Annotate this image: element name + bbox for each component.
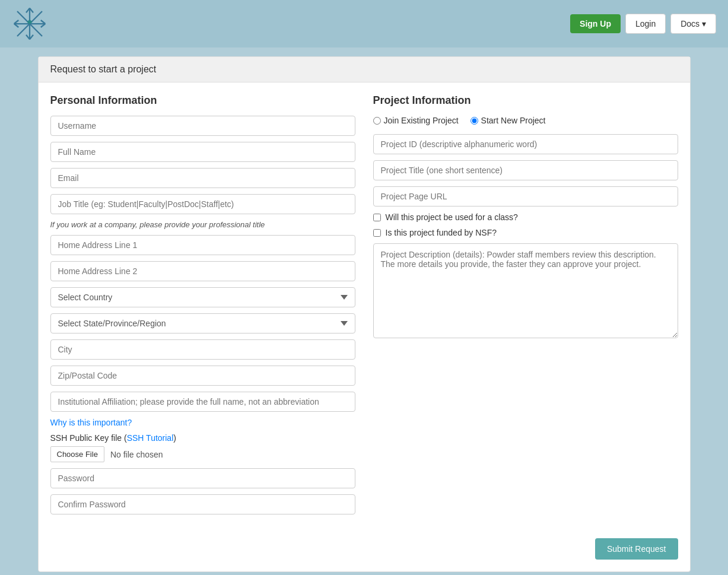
why-important-group: Why is this important? <box>50 418 355 427</box>
zip-input[interactable] <box>50 366 355 386</box>
start-new-label[interactable]: Start New Project <box>471 116 546 125</box>
project-title-input[interactable] <box>373 160 678 180</box>
city-group <box>50 339 355 360</box>
email-group <box>50 168 355 188</box>
ssh-label-end: ) <box>173 433 176 443</box>
address2-input[interactable] <box>50 261 355 281</box>
form-card-body: Personal Information If you work at a co… <box>39 82 690 532</box>
choose-file-button[interactable]: Choose File <box>50 446 104 462</box>
ssh-label-text: SSH Public Key file ( <box>50 433 127 443</box>
confirm-password-input[interactable] <box>50 494 355 514</box>
ssh-tutorial-link[interactable]: SSH Tutorial <box>127 433 174 443</box>
country-group: Select Country <box>50 287 355 307</box>
jobtitle-note: If you work at a company, please provide… <box>50 220 355 229</box>
join-existing-text: Join Existing Project <box>384 116 459 125</box>
nsf-checkbox[interactable] <box>373 229 381 237</box>
project-id-group <box>373 134 678 154</box>
logo <box>12 6 47 42</box>
project-section: Project Information Join Existing Projec… <box>373 94 678 520</box>
state-select[interactable]: Select State/Province/Region <box>50 313 355 333</box>
affiliation-input[interactable] <box>50 392 355 412</box>
city-input[interactable] <box>50 339 355 360</box>
start-new-text: Start New Project <box>481 116 546 125</box>
join-existing-radio[interactable] <box>373 117 381 125</box>
why-important-link[interactable]: Why is this important? <box>50 418 132 427</box>
state-group: Select State/Province/Region <box>50 313 355 333</box>
address1-input[interactable] <box>50 235 355 255</box>
confirm-password-group <box>50 494 355 514</box>
jobtitle-input[interactable] <box>50 194 355 214</box>
affiliation-group <box>50 392 355 412</box>
main-content: Request to start a project Personal Info… <box>0 47 728 575</box>
join-existing-label[interactable]: Join Existing Project <box>373 116 459 125</box>
username-input[interactable] <box>50 116 355 136</box>
country-select[interactable]: Select Country <box>50 287 355 307</box>
project-description-group <box>373 243 678 340</box>
class-checkbox[interactable] <box>373 214 381 221</box>
project-url-group <box>373 186 678 207</box>
email-input[interactable] <box>50 168 355 188</box>
project-url-input[interactable] <box>373 186 678 207</box>
address2-group <box>50 261 355 281</box>
fullname-input[interactable] <box>50 142 355 162</box>
submit-section: Submit Request <box>39 532 690 571</box>
ssh-label: SSH Public Key file (SSH Tutorial) <box>50 433 355 443</box>
fullname-group <box>50 142 355 162</box>
header: Sign Up Login Docs ▾ <box>0 0 728 47</box>
address1-group <box>50 235 355 255</box>
zip-group <box>50 366 355 386</box>
form-card: Request to start a project Personal Info… <box>38 56 691 572</box>
signup-button[interactable]: Sign Up <box>570 14 621 33</box>
file-input-wrapper: Choose File No file chosen <box>50 446 355 462</box>
password-group <box>50 468 355 488</box>
username-group <box>50 116 355 136</box>
page-title: Request to start a project <box>50 64 157 74</box>
ssh-file-section: SSH Public Key file (SSH Tutorial) Choos… <box>50 433 355 462</box>
login-button[interactable]: Login <box>625 14 666 34</box>
docs-button[interactable]: Docs ▾ <box>670 14 716 34</box>
class-checkbox-group: Will this project be used for a class? <box>373 212 678 222</box>
snowflake-logo-icon <box>12 6 47 42</box>
jobtitle-group <box>50 194 355 214</box>
project-section-title: Project Information <box>373 94 678 107</box>
password-input[interactable] <box>50 468 355 488</box>
nsf-checkbox-group: Is this project funded by NSF? <box>373 228 678 237</box>
no-file-text: No file chosen <box>110 450 163 459</box>
project-title-group <box>373 160 678 180</box>
project-type-radio-group: Join Existing Project Start New Project <box>373 116 678 125</box>
header-nav: Sign Up Login Docs ▾ <box>570 14 716 34</box>
personal-section-title: Personal Information <box>50 94 355 107</box>
submit-button[interactable]: Submit Request <box>595 538 678 560</box>
project-description-textarea[interactable] <box>373 243 678 338</box>
personal-section: Personal Information If you work at a co… <box>50 94 355 520</box>
class-checkbox-label[interactable]: Will this project be used for a class? <box>386 212 518 222</box>
form-card-header: Request to start a project <box>39 57 690 82</box>
nsf-checkbox-label[interactable]: Is this project funded by NSF? <box>386 228 497 237</box>
project-id-input[interactable] <box>373 134 678 154</box>
start-new-radio[interactable] <box>471 117 478 125</box>
